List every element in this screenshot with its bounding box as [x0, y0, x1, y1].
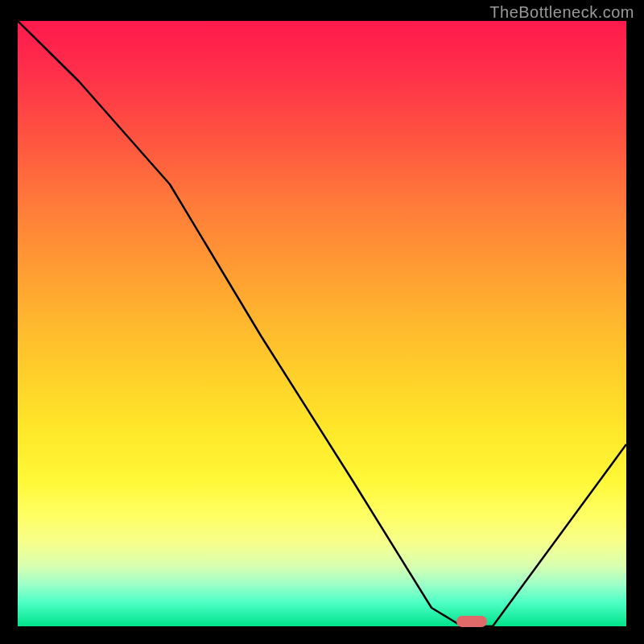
chart-gradient-background: [18, 21, 626, 626]
watermark-text: TheBottleneck.com: [489, 3, 634, 22]
optimal-marker: [456, 616, 487, 627]
